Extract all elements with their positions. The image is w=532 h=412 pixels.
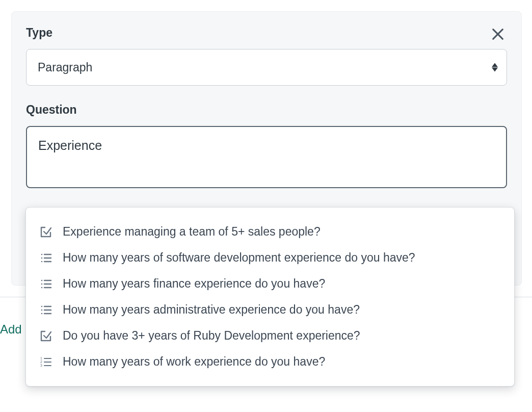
suggestion-item[interactable]: Experience managing a team of 5+ sales p… [26,219,514,245]
svg-point-2 [41,253,43,255]
svg-point-10 [41,283,43,285]
suggestion-text: How many years of software development e… [63,251,415,265]
type-select-value: Paragraph [38,61,92,74]
svg-point-14 [41,305,43,307]
check-square-icon [39,225,52,239]
type-label: Type [26,26,52,40]
svg-point-4 [41,257,43,259]
type-select[interactable]: Paragraph [26,49,507,86]
suggestion-text: Experience managing a team of 5+ sales p… [63,225,321,239]
svg-text:2: 2 [40,360,42,364]
bullet-list-icon [39,251,52,265]
suggestion-item[interactable]: 1 2 3 How many years of work experience … [26,349,514,375]
suggestion-item[interactable]: How many years finance experience do you… [26,271,514,297]
svg-text:1: 1 [40,356,42,360]
svg-point-18 [41,313,43,314]
check-square-icon [39,329,52,343]
svg-text:3: 3 [40,364,42,367]
question-input[interactable] [26,126,507,188]
suggestion-text: Do you have 3+ years of Ruby Development… [63,329,360,343]
close-button[interactable] [489,26,507,44]
bullet-list-icon [39,303,52,317]
suggestion-item[interactable]: How many years of software development e… [26,245,514,271]
svg-point-8 [41,279,43,281]
add-link[interactable]: Add [0,322,22,337]
suggestion-item[interactable]: How many years administrative experience… [26,297,514,323]
number-list-icon: 1 2 3 [39,355,52,369]
svg-point-6 [41,261,43,262]
svg-point-12 [41,287,43,288]
type-select-wrap: Paragraph [26,49,507,86]
close-icon [491,27,505,43]
suggestions-dropdown: Experience managing a team of 5+ sales p… [25,207,515,387]
question-section: Question [26,103,507,190]
question-label: Question [26,103,507,117]
panel-header: Type [26,26,507,49]
suggestion-text: How many years finance experience do you… [63,277,325,291]
bullet-list-icon [39,277,52,291]
suggestion-text: How many years of work experience do you… [63,355,325,369]
suggestion-item[interactable]: Do you have 3+ years of Ruby Development… [26,323,514,349]
suggestion-text: How many years administrative experience… [63,303,360,317]
svg-point-16 [41,309,43,311]
